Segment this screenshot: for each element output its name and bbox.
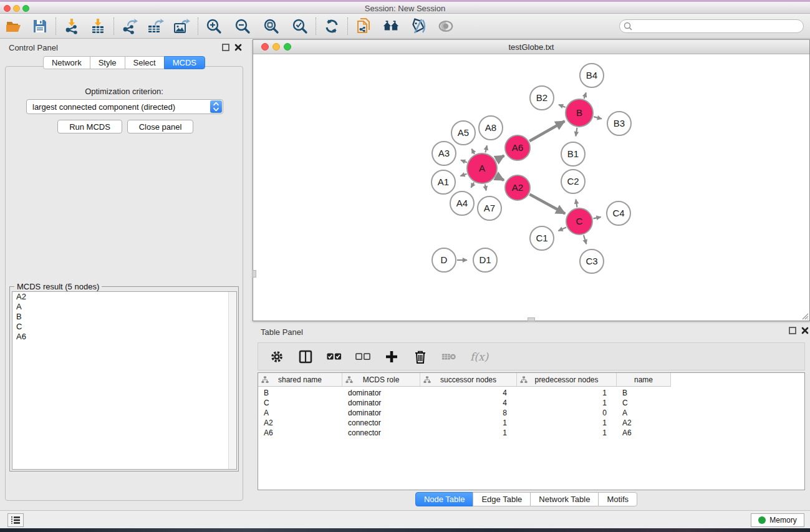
close-table-panel-icon[interactable]	[801, 327, 809, 334]
tab-network-table[interactable]: Network Table	[530, 492, 599, 506]
hide-labels-icon[interactable]	[410, 17, 427, 35]
table-row[interactable]: Cdominator41C	[258, 398, 804, 408]
table-row[interactable]: Bdominator41B	[258, 388, 804, 398]
table-row[interactable]: Adominator80A	[258, 408, 804, 418]
graph-node-C[interactable]: C	[566, 208, 592, 235]
table-cell[interactable]: 1	[517, 398, 617, 408]
graph-node-A5[interactable]: A5	[451, 121, 475, 145]
run-mcds-button[interactable]: Run MCDS	[57, 120, 122, 133]
table-cell[interactable]: C	[258, 398, 342, 408]
graph-node-C1[interactable]: C1	[530, 226, 554, 250]
zoom-in-icon[interactable]	[205, 17, 223, 35]
graph-node-B3[interactable]: B3	[607, 112, 631, 135]
graph-edge-A-A8[interactable]	[485, 145, 486, 152]
mcds-result-item[interactable]: C	[12, 322, 236, 332]
table-cell[interactable]: 4	[420, 388, 517, 398]
table-cell[interactable]: connector	[342, 418, 420, 428]
mcds-result-item[interactable]: B	[12, 312, 236, 322]
mcds-result-list[interactable]: A2ABCA6	[12, 291, 237, 470]
graph-node-A[interactable]: A	[467, 153, 497, 183]
column-header-predecessor-nodes[interactable]: predecessor nodes	[517, 373, 617, 387]
graph-node-A1[interactable]: A1	[432, 170, 455, 194]
export-table-icon[interactable]	[147, 17, 165, 35]
list-scrollbar[interactable]	[228, 292, 236, 469]
table-row[interactable]: A2connector11A2	[258, 418, 804, 428]
graph-edge-A2-C[interactable]	[529, 195, 565, 214]
zoom-out-icon[interactable]	[234, 17, 251, 35]
column-header-mcds-role[interactable]: MCDS role	[342, 373, 420, 387]
log-console-button[interactable]	[7, 513, 24, 527]
select-all-columns-icon[interactable]	[327, 349, 342, 364]
close-panel-button[interactable]: Close panel	[127, 120, 193, 133]
window-resize-grip[interactable]	[800, 311, 809, 320]
float-table-panel-icon[interactable]	[789, 327, 796, 334]
graph-edge-C-C2[interactable]	[576, 200, 577, 208]
graph-edge-B-B1[interactable]	[576, 128, 577, 137]
graph-edge-A-A6[interactable]	[496, 156, 504, 160]
mcds-result-item[interactable]: A6	[12, 332, 236, 342]
graph-node-A3[interactable]: A3	[432, 142, 456, 165]
horizontal-scroll-nub[interactable]	[528, 317, 535, 321]
tab-select[interactable]: Select	[125, 56, 165, 69]
table-cell[interactable]: B	[258, 388, 342, 398]
column-header-name[interactable]: name	[617, 373, 671, 387]
table-cell[interactable]: A2	[258, 418, 342, 428]
export-network-icon[interactable]	[121, 17, 138, 35]
vertical-scroll-nub[interactable]	[253, 270, 256, 278]
search-input[interactable]	[619, 19, 804, 33]
criterion-dropdown[interactable]: largest connected component (directed)	[26, 99, 223, 114]
table-cell[interactable]: 1	[517, 428, 617, 438]
graph-edge-B-B4[interactable]	[584, 93, 586, 99]
graph-edge-A-A5[interactable]	[472, 149, 475, 154]
graph-edge-A-A3[interactable]	[461, 160, 467, 163]
deselect-all-columns-icon[interactable]	[355, 349, 370, 364]
zoom-fit-icon[interactable]	[263, 17, 280, 35]
table-cell[interactable]: A	[617, 408, 671, 418]
export-image-icon[interactable]	[173, 17, 191, 35]
graph-node-A7[interactable]: A7	[478, 196, 501, 220]
delete-column-trash-icon[interactable]	[413, 349, 428, 364]
table-cell[interactable]: 0	[517, 408, 617, 418]
graph-node-A8[interactable]: A8	[479, 116, 503, 140]
graph-node-C2[interactable]: C2	[561, 170, 585, 193]
graph-edge-A-A2[interactable]	[496, 176, 504, 180]
show-columns-icon[interactable]	[298, 349, 313, 364]
table-cell[interactable]: B	[617, 388, 671, 398]
graph-node-A4[interactable]: A4	[450, 191, 474, 215]
graph-edge-B-B2[interactable]	[559, 105, 566, 107]
graph-node-C4[interactable]: C4	[607, 201, 630, 225]
mcds-result-item[interactable]: A	[12, 302, 236, 312]
column-header-shared-name[interactable]: shared name	[258, 373, 342, 387]
graph-node-B1[interactable]: B1	[561, 142, 585, 166]
close-panel-icon[interactable]	[234, 44, 242, 51]
graph-node-D[interactable]: D	[432, 248, 456, 272]
table-cell[interactable]: 1	[420, 418, 517, 428]
table-cell[interactable]: A	[258, 408, 342, 418]
graph-edge-A6-B[interactable]	[529, 121, 564, 141]
table-cell[interactable]: 4	[420, 398, 517, 408]
save-session-icon[interactable]	[31, 17, 49, 35]
graph-edge-A-A7[interactable]	[485, 185, 486, 191]
table-cell[interactable]: 8	[420, 408, 517, 418]
ndex-browse-icon[interactable]	[382, 17, 400, 35]
graph-edge-C-C1[interactable]	[558, 227, 566, 231]
memory-button[interactable]: Memory	[751, 513, 804, 527]
graph-edge-B-B3[interactable]	[594, 117, 602, 118]
table-cell[interactable]: 1	[517, 388, 617, 398]
graph-node-D1[interactable]: D1	[473, 248, 497, 272]
create-column-plus-icon[interactable]	[384, 349, 399, 364]
table-cell[interactable]: C	[617, 398, 671, 408]
tab-edge-table[interactable]: Edge Table	[473, 492, 531, 506]
table-cell[interactable]: dominator	[342, 408, 420, 418]
graph-node-A6[interactable]: A6	[505, 135, 530, 160]
table-row[interactable]: A6connector11A6	[258, 428, 804, 438]
tab-node-table[interactable]: Node Table	[415, 492, 474, 506]
tab-motifs[interactable]: Motifs	[598, 492, 637, 506]
table-cell[interactable]: connector	[342, 428, 420, 438]
table-cell[interactable]: dominator	[342, 398, 420, 408]
graph-node-B[interactable]: B	[566, 99, 593, 127]
table-settings-gear-icon[interactable]	[269, 349, 284, 364]
graph-node-B2[interactable]: B2	[530, 86, 554, 110]
float-panel-icon[interactable]	[222, 44, 229, 51]
open-session-icon[interactable]	[5, 17, 22, 35]
